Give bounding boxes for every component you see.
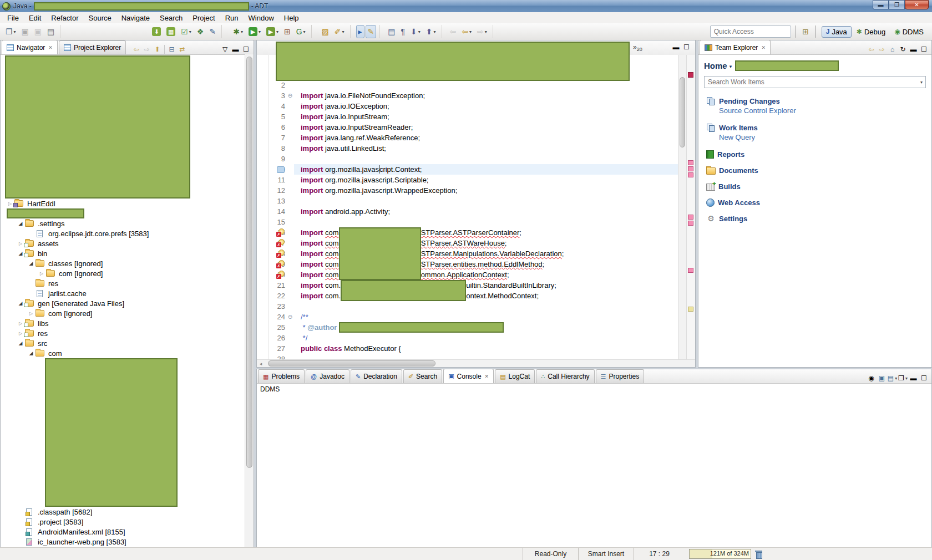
minimize-icon[interactable]: ▬ [908,373,919,383]
run-icon[interactable]: ▶▾ [246,25,263,38]
maximize-icon[interactable]: ☐ [681,42,692,52]
debug-icon[interactable]: ✱▾ [231,25,245,38]
expand-arrow-icon[interactable]: ▷ [17,331,24,336]
code-line[interactable]: 6import java.io.InputStreamReader; [269,122,678,133]
perspective-java[interactable]: JJava [822,26,852,38]
collapse-arrow-icon[interactable]: ◢ [17,340,24,346]
window-close-button[interactable]: ✕ [905,0,929,9]
open-console-icon[interactable]: ▤▾ [887,373,898,383]
back-icon[interactable]: ⇦ [866,44,877,54]
refresh-icon[interactable]: ↻ [898,44,908,54]
quick-access-input[interactable] [710,26,791,38]
last-edit-location-icon[interactable]: ⇦ [448,25,459,38]
overview-marker[interactable] [688,72,693,78]
code-line[interactable]: 26 */ [269,333,678,343]
scroll-left-arrow-icon[interactable]: ◂ [257,361,265,366]
tree-item[interactable]: ▷com [Ignored] [1,268,245,278]
android-virtual-device-manager-icon[interactable]: ▦ [164,25,178,38]
close-icon[interactable]: ✕ [48,45,53,50]
tab-project-explorer[interactable]: Project Explorer [59,40,126,54]
code-line[interactable]: 23 [269,301,678,312]
save-icon[interactable]: ▣ [19,25,31,38]
new-wizard-icon[interactable]: ❐▾ [3,25,18,38]
new-console-view-icon[interactable]: ❐▾ [898,373,908,383]
error-icon[interactable] [276,260,285,268]
pin-console-icon[interactable]: ◉ [866,373,877,383]
overview-marker[interactable] [688,268,693,273]
close-icon[interactable]: ✕ [485,374,489,379]
tab-call-hierarchy[interactable]: ∴Call Hierarchy [536,369,594,383]
tree-item[interactable]: ▷res [1,328,245,338]
overview-marker[interactable] [688,307,693,312]
menu-source[interactable]: Source [84,13,116,23]
tab-team-explorer[interactable]: Team Explorer ✕ [700,40,771,54]
code-line[interactable]: 18import comSTParser.Manipulations.Varia… [269,248,678,259]
tab-console[interactable]: ▣Console✕ [443,369,494,383]
collapse-arrow-icon[interactable]: ◢ [27,350,35,356]
garbage-collect-icon[interactable] [755,550,762,558]
tab-properties[interactable]: ☰Properties [596,369,645,383]
view-menu-icon[interactable]: ▽ [220,44,230,54]
up-icon[interactable]: ⬆ [152,44,163,54]
collapse-all-icon[interactable]: ⊟ [166,44,177,54]
forward-icon[interactable]: ⇨▾ [475,25,489,38]
error-icon[interactable] [276,228,285,237]
editor-hscrollbar[interactable]: ◂ [257,359,695,367]
minimize-icon[interactable]: ▬ [230,44,241,54]
tab-declaration[interactable]: ✎Declaration [351,369,402,383]
coverage-icon[interactable]: ⊞ [282,25,293,38]
open-perspective-icon[interactable]: ⊞ [801,27,811,37]
expand-arrow-icon[interactable]: ▷ [17,321,24,326]
perspective-ddms[interactable]: ◉DDMS [890,27,928,37]
link-source-control-explorer[interactable]: Source Control Explorer [719,106,931,116]
android-lint-icon[interactable]: ✎ [207,25,218,38]
next-annotation-icon[interactable]: ⬇▾ [408,25,423,38]
new-android-project-icon[interactable]: ❖ [195,25,206,38]
code-line[interactable]: 14import android.app.Activity; [269,206,678,217]
maximize-icon[interactable]: ☐ [919,44,929,54]
maximize-icon[interactable]: ☐ [919,373,929,383]
home-dropdown[interactable]: Home [704,61,727,70]
link-work-items[interactable]: Work Items [719,124,758,132]
open-element-icon[interactable]: ▨ [320,25,331,38]
tree-item[interactable]: ◢bin [1,248,245,258]
menu-file[interactable]: File [2,13,24,23]
code-line[interactable]: 7import java.lang.ref.WeakReference; [269,133,678,143]
tree-item[interactable]: ◢src [1,338,245,348]
collapse-arrow-icon[interactable]: ◢ [17,221,24,226]
code-line[interactable]: 11import org.mozilla.javascript.Scriptab… [269,175,678,185]
link-documents[interactable]: Documents [719,166,758,175]
error-icon[interactable] [276,250,285,258]
code-line[interactable]: 27public class MethodExecutor { [269,343,678,354]
window-minimize-button[interactable]: ▬ [873,0,889,9]
editor-scrollbar[interactable] [678,55,686,360]
console-output[interactable]: DDMS [257,384,931,547]
more-editors-chevron[interactable]: »20 [633,43,642,52]
link-reports[interactable]: Reports [717,150,744,159]
tree-item[interactable]: AndroidManifest.xml [8155] [1,527,245,537]
search-marker-icon[interactable]: ✐▾ [332,25,347,38]
collapse-arrow-icon[interactable]: ◢ [17,301,24,306]
overview-marker[interactable] [688,221,693,226]
tab-problems[interactable]: ▦Problems [258,369,305,383]
overview-ruler[interactable] [686,55,695,360]
menu-window[interactable]: Window [244,13,279,23]
tab-navigator[interactable]: Navigator✕ [2,40,58,54]
home-icon[interactable]: ⌂ [887,44,898,54]
format-icon[interactable]: ¶ [399,25,408,38]
tab-javadoc[interactable]: @Javadoc [306,369,350,383]
maximize-icon[interactable]: ☐ [241,44,251,54]
menu-run[interactable]: Run [220,13,244,23]
tree-item[interactable]: ◢.settings [1,218,245,228]
tree-item[interactable]: ◢gen [Generated Java Files] [1,298,245,308]
expand-arrow-icon[interactable]: ▷ [38,271,45,276]
link-new-query[interactable]: New Query [719,133,931,143]
code-line[interactable]: 21import com.uiltin.StandardBuiltInLibra… [269,280,678,291]
tree-item[interactable]: ◢classes [Ignored] [1,258,245,268]
menu-edit[interactable]: Edit [24,13,46,23]
tree-item[interactable]: .project [3583] [1,517,245,527]
tree-item[interactable]: ic_launcher-web.png [3583] [1,537,245,547]
tree-item[interactable]: ◢com [1,348,245,358]
android-install-package-icon[interactable]: ⬇ [150,25,163,38]
overview-marker[interactable] [688,172,693,177]
